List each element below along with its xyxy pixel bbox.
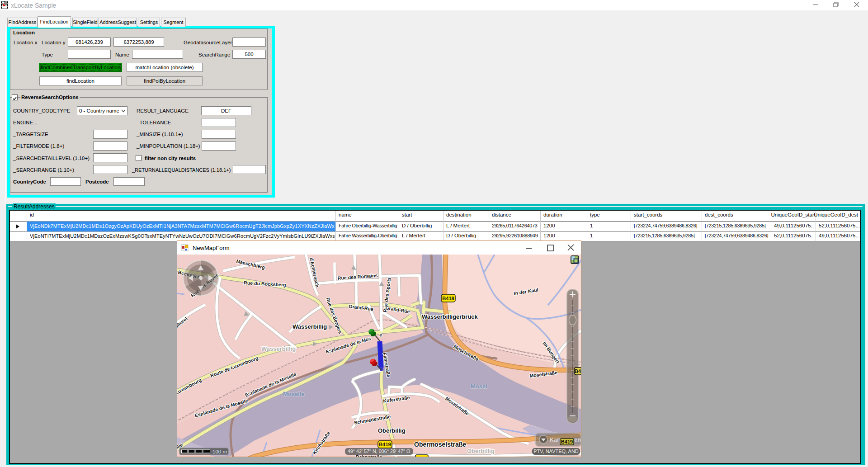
svg-text:Mosel: Mosel — [471, 383, 487, 390]
svg-text:B419: B419 — [561, 439, 573, 444]
svg-text:PTV, NAVTEQ, AND: PTV, NAVTEQ, AND — [533, 448, 579, 454]
svg-text:Moselle: Moselle — [283, 391, 305, 397]
svg-text:49° 42′ 57″ N, 006° 29′ 47″ O: 49° 42′ 57″ N, 006° 29′ 47″ O — [348, 448, 410, 454]
svg-text:Oberbillig: Oberbillig — [378, 427, 406, 434]
svg-text:Oberbillig: Oberbillig — [467, 448, 495, 454]
svg-text:Obermoselstraße: Obermoselstraße — [414, 441, 466, 448]
svg-text:Wasserbilligerbrück: Wasserbilligerbrück — [422, 313, 478, 320]
svg-text:Wasserbillig: Wasserbillig — [261, 345, 296, 352]
svg-text:B4: B4 — [575, 368, 581, 374]
svg-text:B418: B418 — [442, 296, 454, 301]
svg-text:B419: B419 — [379, 442, 391, 447]
svg-text:Wasserbillig: Wasserbillig — [292, 323, 327, 330]
svg-text:100 m: 100 m — [212, 449, 227, 454]
